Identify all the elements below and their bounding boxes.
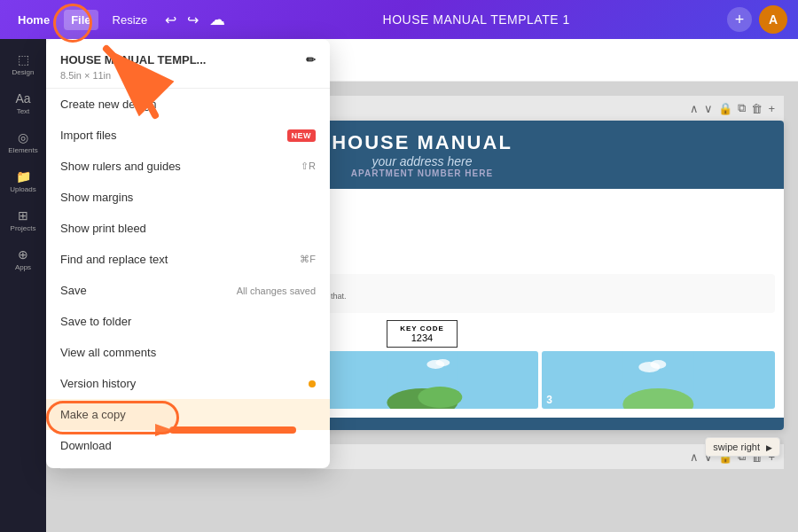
resize-button[interactable]: Resize <box>106 10 155 30</box>
menu-label-import-files: Import files <box>60 129 117 142</box>
uploads-icon: 📁 <box>16 169 31 184</box>
apps-icon: ⊕ <box>18 247 28 262</box>
save-status-text: All changes saved <box>237 286 316 296</box>
sidebar-label-design: Design <box>12 68 35 76</box>
menu-item-show-bleed[interactable]: Show print bleed <box>46 213 330 244</box>
svg-point-24 <box>435 359 450 366</box>
keycode-value: 1234 <box>395 332 450 343</box>
menu-item-show-rulers[interactable]: Show rulers and guides ⇧R <box>46 151 330 182</box>
svg-point-26 <box>418 387 462 408</box>
lock-icon[interactable]: 🔒 <box>718 102 732 115</box>
page2-chevron-up[interactable]: ∧ <box>690 450 699 464</box>
menu-item-save[interactable]: Save All changes saved <box>46 275 330 306</box>
undo-redo-group: ↩ ↪ <box>161 10 202 30</box>
undo-button[interactable]: ↩ <box>161 10 180 30</box>
sidebar-label-apps: Apps <box>15 263 31 271</box>
file-menu-header: HOUSE MANUAL TEMPL... ✏ <box>46 46 330 70</box>
menu-label-version: Version history <box>60 377 136 390</box>
document-title: HOUSE MANUAL TEMPLATE 1 <box>383 12 570 27</box>
redo-button[interactable]: ↪ <box>184 10 202 30</box>
file-menu-dropdown: HOUSE MANUAL TEMPL... ✏ 8.5in × 11in Cre… <box>46 39 330 468</box>
menu-label-find-replace: Find and replace text <box>60 253 168 266</box>
menu-label-create-new: Create new design <box>60 98 156 111</box>
menu-item-find-replace[interactable]: Find and replace text ⌘F <box>46 244 330 275</box>
sidebar-label-elements: Elements <box>8 146 37 154</box>
menu-item-download[interactable]: Download <box>46 430 330 461</box>
new-badge: NEW <box>287 129 317 142</box>
photo3-number: 3 <box>546 394 552 406</box>
menu-item-import-files[interactable]: Import files NEW <box>46 120 330 151</box>
sidebar-item-apps[interactable]: ⊕ Apps <box>5 241 41 277</box>
photo3-svg <box>542 351 775 409</box>
sidebar-label-projects: Projects <box>11 224 36 232</box>
find-shortcut: ⌘F <box>300 254 316 265</box>
doc-title-area: HOUSE MANUAL TEMPLATE 1 <box>225 12 727 27</box>
menu-item-view-comments[interactable]: View all comments <box>46 337 330 368</box>
sidebar-item-elements[interactable]: ◎ Elements <box>5 124 41 160</box>
menu-item-make-copy[interactable]: Make a copy <box>46 399 330 430</box>
file-button[interactable]: File <box>64 10 98 30</box>
add-page-icon[interactable]: + <box>768 102 775 115</box>
main-layout: ⬚ Design Aa Text ◎ Elements 📁 Uploads ⊞ … <box>0 39 798 532</box>
svg-point-29 <box>651 360 667 369</box>
chevron-up-icon[interactable]: ∧ <box>690 102 699 115</box>
delete-page-icon[interactable]: 🗑 <box>751 102 763 115</box>
swipe-right-text: swipe right <box>713 442 760 452</box>
sidebar-item-text[interactable]: Aa Text <box>5 85 41 121</box>
menu-item-version-history[interactable]: Version history <box>46 368 330 399</box>
sidebar-item-projects[interactable]: ⊞ Projects <box>5 202 41 238</box>
menu-item-save-to-folder[interactable]: Save to folder <box>46 306 330 337</box>
menu-label-save: Save <box>60 284 87 297</box>
photo-cell-2: 2 <box>306 351 539 409</box>
swipe-right-tooltip: swipe right <box>705 437 780 457</box>
nav-left: Home File Resize ↩ ↪ ☁ <box>11 10 225 30</box>
photo2-svg <box>306 351 539 409</box>
design-icon: ⬚ <box>18 52 29 66</box>
page1-header-right: ∧ ∨ 🔒 ⧉ 🗑 + <box>690 101 775 115</box>
menu-label-make-copy: Make a copy <box>60 408 126 421</box>
edit-pencil-icon[interactable]: ✏ <box>306 53 316 66</box>
keycode-label: KEY CODE <box>395 325 450 332</box>
left-sidebar: ⬚ Design Aa Text ◎ Elements 📁 Uploads ⊞ … <box>0 39 46 532</box>
menu-label-bleed: Show print bleed <box>60 222 146 235</box>
menu-label-rulers: Show rulers and guides <box>60 160 181 173</box>
elements-icon: ◎ <box>18 130 28 145</box>
sidebar-item-uploads[interactable]: 📁 Uploads <box>5 163 41 199</box>
rulers-shortcut: ⇧R <box>301 160 316 172</box>
menu-label-download: Download <box>60 439 112 452</box>
photo-cell-3: 3 <box>542 351 775 409</box>
text-icon: Aa <box>15 91 30 106</box>
menu-label-save-folder: Save to folder <box>60 315 131 328</box>
duplicate-page-icon[interactable]: ⧉ <box>738 101 746 115</box>
menu-label-margins: Show margins <box>60 191 133 204</box>
nav-right: + A <box>727 5 787 34</box>
user-avatar[interactable]: A <box>759 5 787 34</box>
add-button[interactable]: + <box>727 7 752 32</box>
sidebar-item-design[interactable]: ⬚ Design <box>5 46 41 82</box>
home-button[interactable]: Home <box>11 10 57 30</box>
chevron-down-icon[interactable]: ∨ <box>704 102 713 115</box>
sidebar-label-text: Text <box>17 107 30 115</box>
projects-icon: ⊞ <box>18 208 28 223</box>
sidebar-label-uploads: Uploads <box>10 185 35 193</box>
menu-item-show-margins[interactable]: Show margins <box>46 182 330 213</box>
top-bar: Home File Resize ↩ ↪ ☁ HOUSE MANUAL TEMP… <box>0 0 798 39</box>
file-menu-subtitle: 8.5in × 11in <box>46 70 330 89</box>
keycode-box: KEY CODE 1234 <box>387 320 458 348</box>
version-dot-badge <box>309 380 316 387</box>
menu-label-comments: View all comments <box>60 346 156 359</box>
menu-item-create-new-design[interactable]: Create new design <box>46 89 330 120</box>
save-status-icon: ☁ <box>209 10 225 29</box>
file-menu-title: HOUSE MANUAL TEMPL... <box>60 53 206 66</box>
